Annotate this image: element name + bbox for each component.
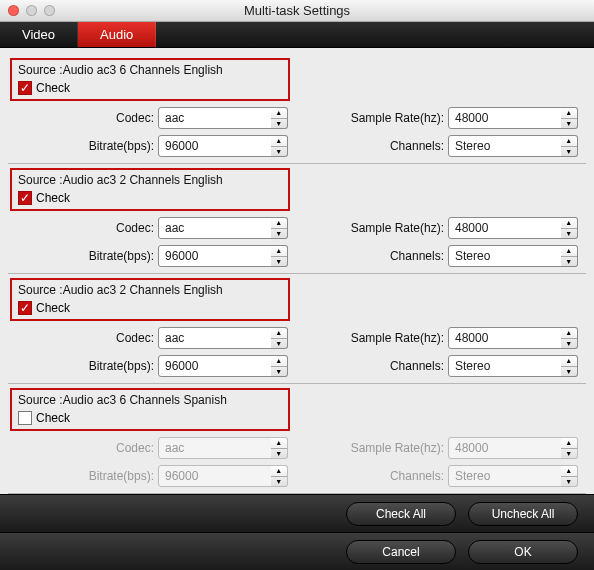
audio-track: Source :Audio ac3 2 Channels English ✓ C… xyxy=(8,163,586,274)
bottom-bars: Check All Uncheck All Cancel OK xyxy=(0,494,594,570)
codec-label: Codec: xyxy=(8,221,158,235)
channels-select[interactable]: Stereo ▲▼ xyxy=(448,355,578,377)
spinner-icon[interactable]: ▲▼ xyxy=(561,355,578,377)
sample-rate-select[interactable]: 48000 ▲▼ xyxy=(448,107,578,129)
check-label: Check xyxy=(36,301,70,315)
content-area: Source :Audio ac3 6 Channels English ✓ C… xyxy=(0,48,594,494)
track-fields: Codec: aac ▲▼ Sample Rate(hz): 48000 ▲▼ … xyxy=(8,107,586,157)
spinner-icon: ▲▼ xyxy=(271,465,288,487)
track-fields: Codec: aac ▲▼ Sample Rate(hz): 48000 ▲▼ … xyxy=(8,327,586,377)
sample-rate-select: 48000 ▲▼ xyxy=(448,437,578,459)
check-label: Check xyxy=(36,191,70,205)
channels-select[interactable]: Stereo ▲▼ xyxy=(448,245,578,267)
tab-audio[interactable]: Audio xyxy=(78,22,156,47)
cancel-button[interactable]: Cancel xyxy=(346,540,456,564)
spinner-icon[interactable]: ▲▼ xyxy=(561,217,578,239)
sample-rate-label: Sample Rate(hz): xyxy=(318,441,448,455)
source-highlight-box: Source :Audio ac3 2 Channels English ✓ C… xyxy=(10,168,290,211)
check-label: Check xyxy=(36,81,70,95)
check-checkbox[interactable]: ✓ xyxy=(18,81,32,95)
audio-track: Source :Audio ac3 2 Channels English ✓ C… xyxy=(8,273,586,384)
check-checkbox[interactable]: ✓ xyxy=(18,191,32,205)
settings-window: Multi-task Settings Video Audio Source :… xyxy=(0,0,594,570)
sample-rate-select[interactable]: 48000 ▲▼ xyxy=(448,217,578,239)
codec-select[interactable]: aac ▲▼ xyxy=(158,327,288,349)
bitrate-label: Bitrate(bps): xyxy=(8,359,158,373)
spinner-icon: ▲▼ xyxy=(561,437,578,459)
spinner-icon[interactable]: ▲▼ xyxy=(561,245,578,267)
channels-label: Channels: xyxy=(318,249,448,263)
spinner-icon[interactable]: ▲▼ xyxy=(271,327,288,349)
check-checkbox[interactable]: ✓ xyxy=(18,301,32,315)
channels-label: Channels: xyxy=(318,469,448,483)
uncheck-all-button[interactable]: Uncheck All xyxy=(468,502,578,526)
spinner-icon: ▲▼ xyxy=(271,437,288,459)
sample-rate-label: Sample Rate(hz): xyxy=(318,111,448,125)
titlebar: Multi-task Settings xyxy=(0,0,594,22)
source-label: Source :Audio ac3 2 Channels English xyxy=(18,283,282,297)
audio-track: Source :Audio ac3 6 Channels Spanish Che… xyxy=(8,383,586,494)
traffic-lights xyxy=(0,5,55,16)
spinner-icon[interactable]: ▲▼ xyxy=(271,355,288,377)
codec-label: Codec: xyxy=(8,441,158,455)
audio-track: Source :Audio ac3 6 Channels English ✓ C… xyxy=(8,54,586,164)
check-label: Check xyxy=(36,411,70,425)
check-row: ✓ Check xyxy=(18,301,282,315)
spinner-icon[interactable]: ▲▼ xyxy=(561,135,578,157)
bitrate-select: 96000 ▲▼ xyxy=(158,465,288,487)
codec-select[interactable]: aac ▲▼ xyxy=(158,217,288,239)
channels-label: Channels: xyxy=(318,139,448,153)
zoom-icon[interactable] xyxy=(44,5,55,16)
spinner-icon[interactable]: ▲▼ xyxy=(271,217,288,239)
spinner-icon[interactable]: ▲▼ xyxy=(271,245,288,267)
check-row: ✓ Check xyxy=(18,81,282,95)
ok-button[interactable]: OK xyxy=(468,540,578,564)
codec-label: Codec: xyxy=(8,111,158,125)
bitrate-label: Bitrate(bps): xyxy=(8,139,158,153)
source-highlight-box: Source :Audio ac3 6 Channels Spanish Che… xyxy=(10,388,290,431)
sample-rate-label: Sample Rate(hz): xyxy=(318,331,448,345)
channels-select[interactable]: Stereo ▲▼ xyxy=(448,135,578,157)
spinner-icon[interactable]: ▲▼ xyxy=(561,107,578,129)
check-bar: Check All Uncheck All xyxy=(0,494,594,532)
spinner-icon[interactable]: ▲▼ xyxy=(561,327,578,349)
spinner-icon: ▲▼ xyxy=(561,465,578,487)
track-fields: Codec: aac ▲▼ Sample Rate(hz): 48000 ▲▼ … xyxy=(8,217,586,267)
source-label: Source :Audio ac3 2 Channels English xyxy=(18,173,282,187)
bitrate-select[interactable]: 96000 ▲▼ xyxy=(158,355,288,377)
tabbar: Video Audio xyxy=(0,22,594,48)
action-bar: Cancel OK xyxy=(0,532,594,570)
track-fields: Codec: aac ▲▼ Sample Rate(hz): 48000 ▲▼ … xyxy=(8,437,586,487)
channels-select: Stereo ▲▼ xyxy=(448,465,578,487)
source-label: Source :Audio ac3 6 Channels Spanish xyxy=(18,393,282,407)
bitrate-label: Bitrate(bps): xyxy=(8,249,158,263)
codec-select: aac ▲▼ xyxy=(158,437,288,459)
bitrate-label: Bitrate(bps): xyxy=(8,469,158,483)
minimize-icon[interactable] xyxy=(26,5,37,16)
source-highlight-box: Source :Audio ac3 2 Channels English ✓ C… xyxy=(10,278,290,321)
sample-rate-select[interactable]: 48000 ▲▼ xyxy=(448,327,578,349)
check-row: Check xyxy=(18,411,282,425)
sample-rate-label: Sample Rate(hz): xyxy=(318,221,448,235)
window-title: Multi-task Settings xyxy=(0,3,594,18)
codec-label: Codec: xyxy=(8,331,158,345)
spinner-icon[interactable]: ▲▼ xyxy=(271,107,288,129)
close-icon[interactable] xyxy=(8,5,19,16)
source-highlight-box: Source :Audio ac3 6 Channels English ✓ C… xyxy=(10,58,290,101)
codec-select[interactable]: aac ▲▼ xyxy=(158,107,288,129)
bitrate-select[interactable]: 96000 ▲▼ xyxy=(158,135,288,157)
bitrate-select[interactable]: 96000 ▲▼ xyxy=(158,245,288,267)
source-label: Source :Audio ac3 6 Channels English xyxy=(18,63,282,77)
check-checkbox[interactable] xyxy=(18,411,32,425)
spinner-icon[interactable]: ▲▼ xyxy=(271,135,288,157)
check-all-button[interactable]: Check All xyxy=(346,502,456,526)
tab-video[interactable]: Video xyxy=(0,22,78,47)
channels-label: Channels: xyxy=(318,359,448,373)
check-row: ✓ Check xyxy=(18,191,282,205)
